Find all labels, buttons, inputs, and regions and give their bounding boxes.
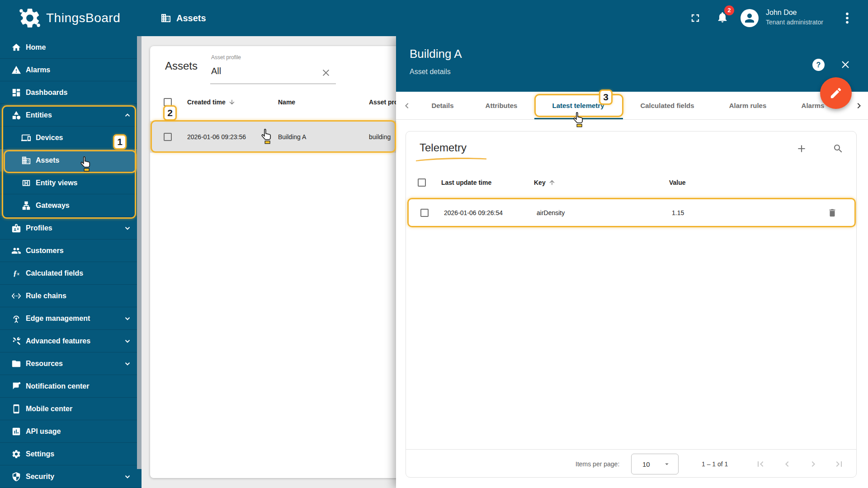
sidebar-item-profiles[interactable]: Profiles: [0, 217, 142, 239]
function-icon: ƒx: [11, 268, 21, 278]
sidebar-item-rule-chains[interactable]: Rule chains: [0, 285, 142, 307]
next-page-icon[interactable]: [808, 459, 819, 469]
top-app-bar: ThingsBoard Assets 2 John Doe Tenant adm…: [0, 0, 868, 36]
badge-icon: [11, 223, 21, 233]
chevron-down-icon: [123, 337, 132, 345]
cell-last-update-time: 2026-01-06 09:26:54: [444, 209, 537, 216]
details-title: Building A: [410, 47, 462, 61]
details-subtitle: Asset details: [410, 68, 451, 76]
sidebar-item-customers[interactable]: Customers: [0, 239, 142, 262]
row-checkbox[interactable]: [420, 209, 429, 217]
tab-calculated-fields[interactable]: Calculated fields: [640, 92, 694, 120]
folder-icon: [11, 359, 21, 369]
message-flag-icon: [11, 381, 21, 391]
sidebar-item-security[interactable]: Security: [0, 465, 142, 488]
select-all-checkbox[interactable]: [418, 178, 426, 187]
thingsboard-app: ThingsBoard Assets 2 John Doe Tenant adm…: [0, 0, 868, 488]
filter-underline: [210, 84, 336, 84]
tabs-scroll-right-icon[interactable]: [854, 100, 864, 111]
sidebar-item-calculated-fields[interactable]: ƒx Calculated fields: [0, 262, 142, 285]
dropdown-caret-icon: [663, 460, 671, 468]
first-page-icon[interactable]: [755, 459, 766, 469]
last-page-icon[interactable]: [834, 459, 844, 469]
asset-profile-filter-value[interactable]: All: [211, 66, 221, 76]
sidebar-item-alarms[interactable]: Alarms: [0, 59, 142, 81]
fullscreen-icon[interactable]: [689, 12, 702, 24]
assets-page-icon: [160, 13, 171, 23]
tab-attributes[interactable]: Attributes: [486, 92, 518, 120]
thingsboard-logo-icon: [18, 6, 42, 30]
row-checkbox[interactable]: [164, 133, 172, 141]
select-all-checkbox[interactable]: [164, 98, 172, 106]
notifications-button[interactable]: 2: [716, 11, 731, 26]
person-icon: [743, 11, 756, 25]
sidebar-item-dashboards[interactable]: Dashboards: [0, 81, 142, 104]
edit-fab-button[interactable]: [820, 77, 852, 109]
user-name: John Doe: [766, 9, 797, 17]
kebab-menu-icon[interactable]: [840, 11, 854, 25]
column-value[interactable]: Value: [669, 179, 829, 186]
tab-details[interactable]: Details: [431, 92, 453, 120]
lan-icon: [21, 201, 31, 211]
column-name[interactable]: Name: [278, 99, 369, 106]
warning-icon: [11, 65, 21, 75]
sidebar-item-devices[interactable]: Devices: [0, 127, 142, 149]
chart-icon: [11, 427, 21, 436]
sidebar-item-api-usage[interactable]: API usage: [0, 420, 142, 443]
column-last-update-time[interactable]: Last update time: [441, 179, 534, 186]
sidebar-item-gateways[interactable]: Gateways: [0, 194, 142, 217]
chevron-down-icon: [123, 224, 132, 232]
sidebar-nav: Home Alarms Dashboards Entities Devices …: [0, 36, 142, 488]
building-icon: [21, 155, 31, 165]
sidebar-item-settings[interactable]: Settings: [0, 443, 142, 465]
items-per-page-select[interactable]: 10: [631, 454, 679, 474]
sidebar-item-entities[interactable]: Entities: [0, 104, 142, 127]
telemetry-card: Telemetry Last update time Key Value 202…: [406, 131, 857, 478]
items-per-page-label: Items per page:: [576, 460, 619, 468]
page-title: Assets: [176, 0, 206, 36]
add-telemetry-icon[interactable]: [796, 143, 807, 155]
user-role: Tenant administrator: [766, 19, 823, 26]
brand-name: ThingsBoard: [46, 0, 120, 36]
sidebar-item-entity-views[interactable]: Entity views: [0, 172, 142, 194]
category-icon: [11, 110, 21, 120]
sidebar-item-notification-center[interactable]: Notification center: [0, 375, 142, 398]
sort-asc-icon: [548, 179, 556, 186]
sidebar-item-edge-management[interactable]: Edge management: [0, 307, 142, 330]
previous-page-icon[interactable]: [782, 459, 793, 469]
tab-alarm-rules[interactable]: Alarm rules: [729, 92, 767, 120]
telemetry-row-airdensity[interactable]: 2026-01-06 09:26:54 airDensity 1.15: [407, 198, 856, 227]
details-header: Building A Asset details ?: [396, 36, 868, 92]
tools-icon: [11, 336, 21, 346]
avatar[interactable]: [741, 9, 759, 27]
delete-icon[interactable]: [827, 208, 837, 218]
view-quilt-icon: [21, 178, 31, 188]
sidebar-item-advanced-features[interactable]: Advanced features: [0, 330, 142, 352]
gear-icon: [11, 449, 21, 459]
sidebar-item-resources[interactable]: Resources: [0, 352, 142, 375]
sidebar-item-home[interactable]: Home: [0, 36, 142, 59]
smartphone-icon: [11, 404, 21, 414]
sidebar-scrollbar[interactable]: [137, 36, 142, 469]
assets-list-title: Assets: [165, 60, 198, 72]
asset-profile-filter-label: Asset profile: [211, 54, 241, 61]
cell-name: Building A: [278, 133, 369, 141]
column-created-time[interactable]: Created time: [187, 99, 226, 106]
tab-latest-telemetry[interactable]: Latest telemetry: [552, 92, 604, 120]
devices-icon: [21, 133, 31, 143]
shield-icon: [11, 472, 21, 482]
chevron-up-icon: [123, 111, 132, 119]
column-key[interactable]: Key: [534, 179, 546, 186]
items-per-page-value: 10: [642, 460, 650, 468]
close-icon[interactable]: [840, 59, 851, 70]
help-icon[interactable]: ?: [812, 59, 825, 71]
people-icon: [11, 246, 21, 256]
sidebar-item-mobile-center[interactable]: Mobile center: [0, 398, 142, 420]
cell-created-time: 2026-01-06 09:23:56: [187, 133, 278, 141]
pencil-icon: [829, 86, 843, 100]
sidebar-item-assets[interactable]: Assets: [0, 149, 142, 172]
chevron-down-icon: [123, 314, 132, 323]
search-icon[interactable]: [833, 143, 844, 154]
clear-filter-icon[interactable]: [321, 68, 331, 78]
tabs-scroll-left-icon[interactable]: [401, 100, 412, 111]
